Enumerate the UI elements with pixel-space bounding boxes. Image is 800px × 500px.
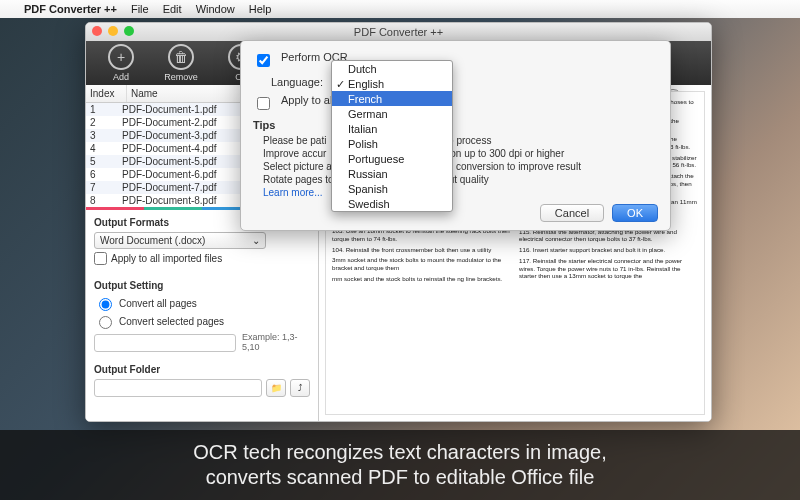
- caption-line-2: converts scanned PDF to editable Office …: [206, 465, 595, 490]
- menu-file[interactable]: File: [131, 3, 149, 15]
- add-button[interactable]: + Add: [94, 44, 148, 82]
- apply-all-imported-label: Apply to all imported files: [111, 253, 222, 264]
- zoom-window-button[interactable]: [124, 26, 134, 36]
- convert-all-label: Convert all pages: [119, 298, 197, 309]
- output-format-value: Word Document (.docx): [100, 235, 205, 246]
- cell-index: 2: [90, 117, 122, 128]
- close-window-button[interactable]: [92, 26, 102, 36]
- cell-index: 8: [90, 195, 122, 206]
- cell-index: 1: [90, 104, 122, 115]
- apply-all-ocr-checkbox[interactable]: [257, 97, 270, 110]
- output-format-select[interactable]: Word Document (.docx) ⌄: [94, 232, 266, 249]
- convert-selected-radio[interactable]: [99, 316, 112, 329]
- ok-button[interactable]: OK: [612, 204, 658, 222]
- remove-button[interactable]: 🗑 Remove: [154, 44, 208, 82]
- cell-index: 3: [90, 130, 122, 141]
- language-label: Language:: [271, 76, 323, 88]
- language-option[interactable]: Swedish: [332, 196, 452, 211]
- titlebar: PDF Converter ++: [86, 23, 711, 41]
- tip-1: Please be patixxxxxxxxxxxxxxxxxxxxime to…: [263, 135, 658, 146]
- cell-index: 7: [90, 182, 122, 193]
- cancel-button[interactable]: Cancel: [540, 204, 604, 222]
- language-menu: DutchEnglishFrenchGermanItalianPolishPor…: [331, 60, 453, 212]
- preview-text-line: mm socket and the stock bolts to reinsta…: [332, 275, 511, 283]
- cell-index: 5: [90, 156, 122, 167]
- choose-folder-button[interactable]: ⤴: [290, 379, 310, 397]
- output-setting-section: Output Setting Convert all pages Convert…: [86, 273, 318, 357]
- output-setting-label: Output Setting: [94, 280, 310, 291]
- convert-all-radio[interactable]: [99, 298, 112, 311]
- chevron-updown-icon: ⌄: [252, 235, 260, 246]
- ocr-sheet: Perform OCR Language: DutchEnglishFrench…: [240, 40, 671, 231]
- cell-index: 4: [90, 143, 122, 154]
- learn-more-link[interactable]: Learn more...: [263, 187, 322, 198]
- marketing-caption: OCR tech recongizes text characters in i…: [0, 430, 800, 500]
- reveal-folder-button[interactable]: 📁: [266, 379, 286, 397]
- tip-3: Select picture a ng an area) before conv…: [263, 161, 658, 172]
- col-index[interactable]: Index: [86, 85, 127, 102]
- language-option[interactable]: Portuguese: [332, 151, 452, 166]
- window-title: PDF Converter ++: [354, 26, 443, 38]
- add-label: Add: [113, 72, 129, 82]
- perform-ocr-checkbox[interactable]: [257, 54, 270, 67]
- apply-all-imported-checkbox[interactable]: [94, 252, 107, 265]
- preview-text-line: 104. Reinstall the front crossmember bol…: [332, 246, 511, 254]
- tip-4: Rotate pages to also improve output qual…: [263, 174, 658, 185]
- minimize-window-button[interactable]: [108, 26, 118, 36]
- output-folder-input[interactable]: [94, 379, 262, 397]
- output-folder-section: Output Folder 📁 ⤴: [86, 357, 318, 402]
- cell-index: 6: [90, 169, 122, 180]
- page-range-example: Example: 1,3-5,10: [242, 332, 310, 352]
- trash-icon: 🗑: [168, 44, 194, 70]
- language-option[interactable]: German: [332, 106, 452, 121]
- menu-edit[interactable]: Edit: [163, 3, 182, 15]
- system-menubar: PDF Converter ++ File Edit Window Help: [0, 0, 800, 18]
- app-menu[interactable]: PDF Converter ++: [24, 3, 117, 15]
- language-option[interactable]: Italian: [332, 121, 452, 136]
- language-option[interactable]: English: [332, 76, 452, 91]
- preview-text-line: 116. Insert starter support bracket and …: [519, 246, 698, 254]
- language-option[interactable]: Russian: [332, 166, 452, 181]
- language-option[interactable]: French: [332, 91, 452, 106]
- menu-help[interactable]: Help: [249, 3, 272, 15]
- output-folder-label: Output Folder: [94, 364, 310, 375]
- remove-label: Remove: [164, 72, 198, 82]
- tip-2: Improve accurxxxxxxxxxxxxxxxxxxxesolutio…: [263, 148, 658, 159]
- language-option[interactable]: Dutch: [332, 61, 452, 76]
- preview-text-line: 3mm socket and the stock bolts to mount …: [332, 256, 511, 272]
- caption-line-1: OCR tech recongizes text characters in i…: [193, 440, 607, 465]
- language-option[interactable]: Spanish: [332, 181, 452, 196]
- menu-window[interactable]: Window: [196, 3, 235, 15]
- tips-heading: Tips: [253, 119, 658, 131]
- preview-text-line: 117. Reinstall the starter electrical co…: [519, 257, 698, 280]
- language-option[interactable]: Polish: [332, 136, 452, 151]
- page-range-input[interactable]: [94, 334, 236, 352]
- plus-icon: +: [108, 44, 134, 70]
- convert-selected-label: Convert selected pages: [119, 316, 224, 327]
- tips-section: Tips Please be patixxxxxxxxxxxxxxxxxxxxi…: [253, 119, 658, 198]
